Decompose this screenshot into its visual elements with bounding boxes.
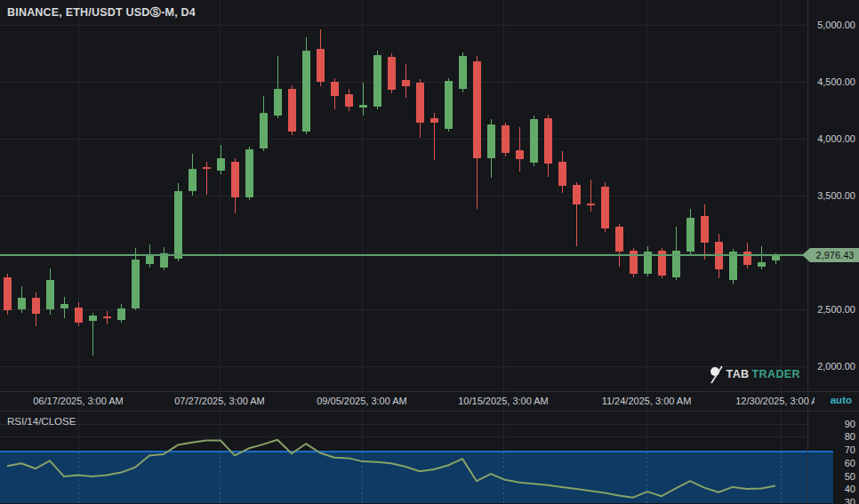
rsi-tick-label: 70 [807, 444, 858, 456]
trading-chart-window: TABTRADER BINANCE, ETH/USDT USDⓈ-M, D4 0… [0, 0, 859, 504]
auto-scale-button[interactable]: auto [831, 395, 852, 405]
price-tick-label: 2,000.00 [807, 361, 858, 372]
rsi-tick-label: 40 [807, 484, 858, 495]
price-tag-value: 2,976.43 [810, 248, 859, 262]
price-tick-label: 2,500.00 [807, 304, 858, 316]
price-tick-label: 3,500.00 [807, 190, 858, 202]
rsi-tick-label: 90 [807, 419, 858, 430]
rsi-pane-surface[interactable] [0, 412, 807, 504]
price-tick-label: 5,000.00 [807, 20, 858, 31]
price-tick-label: 4,500.00 [807, 76, 858, 88]
rsi-tick-label: 60 [807, 458, 858, 469]
rsi-tick-label: 80 [807, 431, 858, 443]
rsi-tick-label: 50 [807, 471, 858, 483]
last-price-tag: 2,976.43 [802, 248, 859, 262]
rsi-tick-label: 30 [807, 497, 858, 504]
price-tick-label: 4,000.00 [807, 133, 858, 145]
main-chart-surface[interactable] [0, 0, 807, 391]
